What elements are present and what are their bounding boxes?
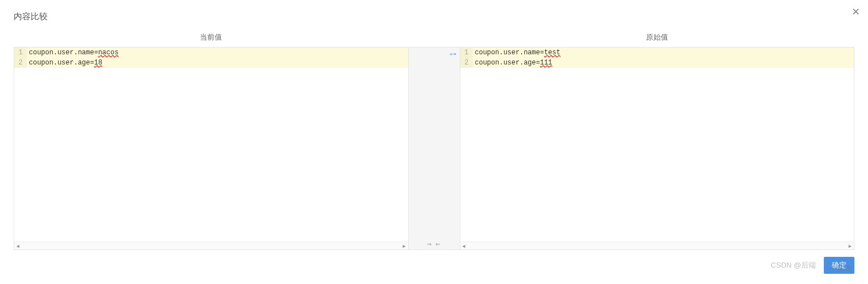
diff-token: 111 [540,59,553,67]
line-number: 2 [460,58,473,68]
right-editor[interactable]: 1 coupon.user.name=test 2 coupon.user.ag… [460,48,854,242]
code-line: 2 coupon.user.age=111 [460,58,854,68]
diff-token: nacos [98,49,118,57]
line-number: 1 [460,48,473,58]
scroll-left-icon[interactable]: ◄ [461,243,467,249]
watermark-text: CSDN @后端 [771,260,816,270]
code-content: coupon.user.name=nacos [27,48,408,58]
merge-marker-icon[interactable]: ⇐• [450,51,456,57]
code-line: 1 coupon.user.name=nacos [14,48,408,58]
right-editor-wrap: 1 coupon.user.name=test 2 coupon.user.ag… [460,47,855,250]
code-content: coupon.user.name=test [473,48,854,58]
code-line: 2 coupon.user.age=18 [14,58,408,68]
left-editor[interactable]: 1 coupon.user.name=nacos 2 coupon.user.a… [14,48,408,242]
horizontal-scrollbar[interactable]: ◄ ► [460,242,854,249]
close-icon[interactable]: ✕ [852,7,860,17]
left-pane-title: 当前值 [14,29,409,47]
right-pane: 原始值 1 coupon.user.name=test 2 coupon.use… [460,29,855,250]
line-number: 2 [14,58,27,68]
scroll-right-icon[interactable]: ► [402,243,407,249]
left-pane: 当前值 1 coupon.user.name=nacos 2 coupon.us… [14,29,409,250]
merge-sync-icon[interactable]: ⇒ ⇐ [427,241,441,247]
modal-footer: CSDN @后端 确定 小菜鸡 [14,250,854,284]
line-number: 1 [14,48,27,58]
compare-area: 当前值 1 coupon.user.name=nacos 2 coupon.us… [14,29,854,250]
scroll-right-icon[interactable]: ► [848,243,853,249]
diff-token: 18 [94,59,102,67]
confirm-button[interactable]: 确定 [824,257,854,274]
diff-token: test [544,49,561,57]
scroll-left-icon[interactable]: ◄ [15,243,20,249]
code-content: coupon.user.age=111 [473,58,854,68]
code-content: coupon.user.age=18 [27,58,408,68]
merge-strip: ⇐• ⇒ ⇐ [409,47,460,250]
left-editor-wrap: 1 coupon.user.name=nacos 2 coupon.user.a… [14,47,409,250]
right-pane-title: 原始值 [460,29,855,47]
horizontal-scrollbar[interactable]: ◄ ► [14,242,408,249]
code-line: 1 coupon.user.name=test [460,48,854,58]
compare-modal: 内容比较 ✕ 当前值 1 coupon.user.name=nacos 2 co… [0,0,868,284]
modal-title: 内容比较 [14,11,48,22]
modal-header: 内容比较 [14,11,854,22]
